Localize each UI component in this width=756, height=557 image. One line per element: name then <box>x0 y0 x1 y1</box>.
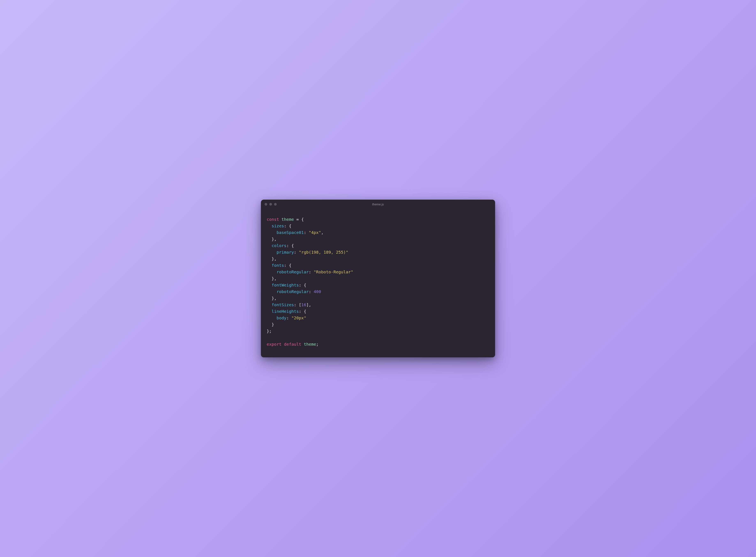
colon: : <box>294 302 296 307</box>
comma: , <box>274 256 277 261</box>
colon: : <box>309 269 311 274</box>
comma: , <box>274 237 277 241</box>
keyword-default: default <box>284 342 301 347</box>
comma: , <box>321 230 324 235</box>
colon: : <box>294 250 296 255</box>
brace-close: } <box>271 276 274 281</box>
string-4px: "4px" <box>309 230 321 235</box>
operator-equals: = <box>296 217 299 222</box>
titlebar: theme.js <box>261 200 495 209</box>
brace-close: } <box>271 237 274 241</box>
minimize-icon[interactable] <box>269 203 272 206</box>
key-fontsizes: fontSizes <box>271 302 294 307</box>
keyword-const: const <box>267 217 279 222</box>
brace-open: { <box>304 309 306 314</box>
string-roboto-regular: "Roboto-Regular" <box>314 269 353 274</box>
key-fontweights: fontWeights <box>271 283 299 288</box>
comma: , <box>274 276 277 281</box>
brace-close: } <box>267 329 269 333</box>
identifier-theme-export: theme <box>304 342 316 347</box>
number-400: 400 <box>314 289 321 294</box>
key-robotoregular2: robotoRegular <box>277 289 309 294</box>
key-robotoregular: robotoRegular <box>277 269 309 274</box>
window-title: theme.js <box>261 203 495 206</box>
brace-open: { <box>304 283 306 288</box>
colon: : <box>286 243 289 248</box>
semicolon: ; <box>316 342 319 347</box>
semicolon: ; <box>269 329 271 333</box>
comma: , <box>309 302 311 307</box>
brace-open: { <box>289 224 291 228</box>
key-sizes: sizes <box>271 224 284 228</box>
colon: : <box>299 283 301 288</box>
bracket-open: [ <box>299 302 301 307</box>
brace-close: } <box>271 296 274 301</box>
brace-open: { <box>289 263 291 268</box>
colon: : <box>284 263 286 268</box>
key-body: body <box>277 316 286 320</box>
string-rgb: "rgb(198, 189, 255)" <box>299 250 348 255</box>
key-colors: colors <box>271 243 286 248</box>
traffic-lights <box>265 203 277 206</box>
maximize-icon[interactable] <box>274 203 277 206</box>
brace-open: { <box>291 243 294 248</box>
key-basespace01: baseSpace01 <box>277 230 303 235</box>
brace-close: } <box>271 256 274 261</box>
colon: : <box>286 316 289 320</box>
colon: : <box>284 224 286 228</box>
brace-close: } <box>271 322 274 327</box>
editor-window: theme.js const theme = { sizes: { baseSp… <box>261 200 495 357</box>
colon: : <box>304 230 306 235</box>
colon: : <box>309 289 311 294</box>
colon: : <box>299 309 301 314</box>
number-16: 16 <box>301 302 306 307</box>
identifier-theme: theme <box>282 217 294 222</box>
key-primary: primary <box>277 250 294 255</box>
brace-open: { <box>301 217 304 222</box>
key-fonts: fonts <box>271 263 284 268</box>
code-editor[interactable]: const theme = { sizes: { baseSpace01: "4… <box>261 209 495 357</box>
bracket-close: ] <box>306 302 309 307</box>
key-lineheights: lineHeights <box>271 309 299 314</box>
close-icon[interactable] <box>265 203 267 206</box>
keyword-export: export <box>267 342 282 347</box>
string-20px: "20px" <box>291 316 306 320</box>
comma: , <box>274 296 277 301</box>
